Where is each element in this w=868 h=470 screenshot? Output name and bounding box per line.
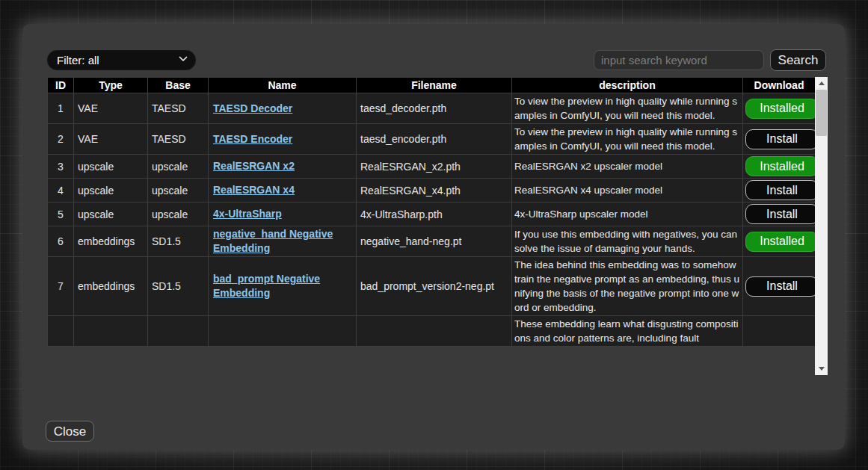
cell-id: 3	[48, 155, 74, 179]
model-manager-dialog: Filter: all Search ID Type Base Name	[22, 24, 845, 450]
model-name-link[interactable]: TAESD Decoder	[213, 102, 292, 114]
model-table-clip: ID Type Base Name Filename description D…	[47, 77, 815, 375]
cell-download: Install	[743, 179, 816, 202]
close-button[interactable]: Close	[46, 421, 94, 442]
cell-download: Install	[743, 124, 816, 155]
install-button[interactable]: Install	[745, 180, 815, 200]
scrollbar-thumb[interactable]	[816, 90, 827, 136]
install-button[interactable]: Install	[745, 204, 815, 224]
cell-name: TAESD Decoder	[209, 93, 357, 124]
cell-filename: taesd_encoder.pth	[357, 124, 512, 155]
cell-download: Installed	[743, 226, 816, 257]
cell-download: Install	[743, 257, 816, 316]
cell-name: bad_prompt Negative Embedding	[209, 257, 357, 316]
column-header-download: Download	[743, 78, 816, 93]
cell-name: 4x-UltraSharp	[209, 202, 357, 226]
cell-filename	[357, 316, 512, 347]
search-button[interactable]: Search	[770, 49, 826, 71]
model-name-link[interactable]: negative_hand Negative Embedding	[213, 228, 333, 254]
table-row: 6embeddingsSD1.5negative_hand Negative E…	[48, 226, 816, 257]
filter-select[interactable]: Filter: all	[47, 50, 196, 70]
cell-base	[148, 316, 209, 347]
cell-base: TAESD	[148, 124, 209, 155]
cell-id: 4	[48, 179, 74, 202]
cell-type: VAE	[74, 93, 148, 124]
cell-name: TAESD Encoder	[209, 124, 357, 155]
cell-description: If you use this embedding with negatives…	[512, 226, 743, 257]
installed-button: Installed	[745, 156, 815, 176]
table-header-row: ID Type Base Name Filename description D…	[48, 78, 816, 93]
column-header-base: Base	[148, 78, 209, 93]
table-row: 7embeddingsSD1.5bad_prompt Negative Embe…	[48, 257, 816, 316]
cell-base: upscale	[148, 155, 209, 179]
installed-button: Installed	[745, 232, 815, 252]
cell-download: Installed	[743, 93, 816, 124]
cell-base: SD1.5	[148, 257, 209, 316]
cell-id	[48, 316, 74, 347]
cell-description: RealESRGAN x4 upscaler model	[512, 179, 743, 202]
cell-description: These embedding learn what disgusting co…	[512, 316, 743, 347]
table-row: 2VAETAESDTAESD Encodertaesd_encoder.pthT…	[48, 124, 816, 155]
cell-type	[74, 316, 148, 347]
model-name-link[interactable]: TAESD Encoder	[213, 133, 292, 145]
cell-id: 5	[48, 202, 74, 226]
scrollbar-up-arrow-icon[interactable]	[815, 77, 828, 90]
model-name-link[interactable]: bad_prompt Negative Embedding	[213, 273, 320, 299]
cell-id: 6	[48, 226, 74, 257]
column-header-filename: Filename	[357, 78, 512, 93]
cell-description: 4x-UltraSharp upscaler model	[512, 202, 743, 226]
model-name-link[interactable]: 4x-UltraSharp	[213, 208, 282, 220]
column-header-id: ID	[48, 78, 74, 93]
cell-description: To view the preview in high quality whil…	[512, 124, 743, 155]
cell-name: RealESRGAN x2	[209, 155, 357, 179]
cell-type: embeddings	[74, 226, 148, 257]
cell-filename: RealESRGAN_x4.pth	[357, 179, 512, 202]
table-scrollbar[interactable]	[815, 77, 828, 375]
cell-type: upscale	[74, 155, 148, 179]
cell-download: Install	[743, 202, 816, 226]
cell-name	[209, 316, 357, 347]
cell-filename: taesd_decoder.pth	[357, 93, 512, 124]
cell-base: SD1.5	[148, 226, 209, 257]
cell-base: TAESD	[148, 93, 209, 124]
cell-type: VAE	[74, 124, 148, 155]
cell-description: RealESRGAN x2 upscaler model	[512, 155, 743, 179]
install-button[interactable]: Install	[745, 129, 815, 149]
scrollbar-down-arrow-icon[interactable]	[815, 362, 828, 375]
cell-name: RealESRGAN x4	[209, 179, 357, 202]
cell-filename: negative_hand-neg.pt	[357, 226, 512, 257]
model-table-area: ID Type Base Name Filename description D…	[47, 77, 829, 375]
column-header-name: Name	[209, 78, 357, 93]
model-name-link[interactable]: RealESRGAN x2	[213, 160, 295, 172]
cell-type: upscale	[74, 202, 148, 226]
cell-type: upscale	[74, 179, 148, 202]
search-input[interactable]	[594, 50, 764, 70]
table-row: 1VAETAESDTAESD Decodertaesd_decoder.pthT…	[48, 93, 816, 124]
cell-description: The idea behind this embedding was to so…	[512, 257, 743, 316]
table-row: These embedding learn what disgusting co…	[48, 316, 816, 347]
table-row: 4upscaleupscaleRealESRGAN x4RealESRGAN_x…	[48, 179, 816, 202]
cell-filename: bad_prompt_version2-neg.pt	[357, 257, 512, 316]
cell-download: Installed	[743, 155, 816, 179]
column-header-type: Type	[74, 78, 148, 93]
installed-button: Installed	[745, 99, 815, 119]
cell-base: upscale	[148, 179, 209, 202]
model-name-link[interactable]: RealESRGAN x4	[213, 184, 295, 196]
cell-type: embeddings	[74, 257, 148, 316]
cell-download	[743, 316, 816, 347]
cell-id: 7	[48, 257, 74, 316]
table-row: 5upscaleupscale4x-UltraSharp4x-UltraShar…	[48, 202, 816, 226]
cell-base: upscale	[148, 202, 209, 226]
cell-id: 2	[48, 124, 74, 155]
table-body: 1VAETAESDTAESD Decodertaesd_decoder.pthT…	[48, 93, 816, 347]
cell-filename: 4x-UltraSharp.pth	[357, 202, 512, 226]
cell-description: To view the preview in high quality whil…	[512, 93, 743, 124]
column-header-description: description	[512, 78, 743, 93]
filter-select-wrap: Filter: all	[47, 50, 196, 70]
table-row: 3upscaleupscaleRealESRGAN x2RealESRGAN_x…	[48, 155, 816, 179]
cell-name: negative_hand Negative Embedding	[209, 226, 357, 257]
cell-id: 1	[48, 93, 74, 124]
cell-filename: RealESRGAN_x2.pth	[357, 155, 512, 179]
model-table: ID Type Base Name Filename description D…	[47, 77, 815, 347]
install-button[interactable]: Install	[745, 276, 815, 297]
